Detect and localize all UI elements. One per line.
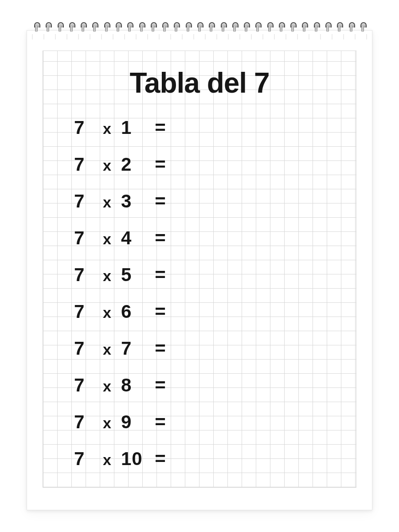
multiply-operator: x <box>96 378 118 395</box>
spiral-ring-icon <box>278 22 284 34</box>
spiral-ring-icon <box>313 22 319 34</box>
spiral-ring-icon <box>231 22 238 34</box>
equals-sign: = <box>149 154 172 175</box>
multiplicand: 7 <box>74 117 96 138</box>
multiplier: 7 <box>118 338 149 359</box>
multiplication-row: 7x10= <box>74 448 225 469</box>
multiplier: 8 <box>118 375 149 396</box>
spiral-ring-icon <box>126 22 133 34</box>
equals-sign: = <box>149 117 172 138</box>
multiplication-row: 7x5= <box>74 264 225 286</box>
spiral-ring-icon <box>103 22 110 34</box>
multiply-operator: x <box>96 341 118 358</box>
multiplicand: 7 <box>74 411 96 433</box>
spiral-ring-icon <box>91 22 98 34</box>
equals-sign: = <box>149 301 172 322</box>
multiplication-row: 7x9= <box>74 411 225 433</box>
spiral-ring-icon <box>348 22 354 34</box>
multiplier: 5 <box>118 264 149 286</box>
spiral-ring-icon <box>33 22 39 34</box>
multiplicand: 7 <box>74 191 96 212</box>
paper: Tabla del 7 7x1=7x2=7x3=7x4=7x5=7x6=7x7=… <box>27 30 372 510</box>
spiral-ring-icon <box>243 22 249 34</box>
spiral-ring-icon <box>150 22 156 34</box>
multiplication-row: 7x7= <box>74 338 225 359</box>
spiral-binding <box>27 22 372 34</box>
spiral-ring-icon <box>45 22 51 34</box>
multiply-operator: x <box>96 304 118 321</box>
multiplication-row: 7x3= <box>74 191 225 212</box>
spiral-ring-icon <box>325 22 331 34</box>
equals-sign: = <box>149 191 172 212</box>
multiplier: 4 <box>118 227 149 249</box>
page-title: Tabla del 7 <box>129 66 269 99</box>
grid-paper: Tabla del 7 7x1=7x2=7x3=7x4=7x5=7x6=7x7=… <box>43 51 356 488</box>
spiral-ring-icon <box>161 22 168 34</box>
equals-sign: = <box>149 375 172 396</box>
multiplicand: 7 <box>74 264 96 286</box>
spiral-ring-icon <box>336 22 342 34</box>
spiral-ring-icon <box>68 22 74 34</box>
multiply-operator: x <box>96 120 118 137</box>
spiral-ring-icon <box>138 22 145 34</box>
multiply-operator: x <box>96 451 118 469</box>
multiply-operator: x <box>96 231 118 248</box>
multiplicand: 7 <box>74 154 96 175</box>
spiral-ring-icon <box>185 22 191 34</box>
equals-sign: = <box>149 448 172 469</box>
multiplication-row: 7x2= <box>74 154 225 175</box>
equals-sign: = <box>149 264 172 286</box>
multiplier: 3 <box>118 191 149 212</box>
spiral-ring-icon <box>301 22 307 34</box>
equals-sign: = <box>149 411 172 433</box>
spiral-ring-icon <box>173 22 179 34</box>
multiplicand: 7 <box>74 301 96 322</box>
spiral-ring-icon <box>115 22 121 34</box>
multiplicand: 7 <box>74 227 96 249</box>
multiplier: 9 <box>118 411 149 433</box>
spiral-ring-icon <box>360 22 366 34</box>
multiplication-row: 7x8= <box>74 375 225 396</box>
equals-sign: = <box>149 227 172 249</box>
spiral-ring-icon <box>254 22 261 34</box>
spiral-ring-icon <box>196 22 203 34</box>
multiplication-rows: 7x1=7x2=7x3=7x4=7x5=7x6=7x7=7x8=7x9=7x10… <box>52 117 347 469</box>
spiral-ring-icon <box>289 22 296 34</box>
multiplier: 2 <box>118 154 149 175</box>
multiplication-row: 7x6= <box>74 301 225 322</box>
multiplier: 10 <box>118 448 149 469</box>
multiply-operator: x <box>96 194 118 211</box>
multiplicand: 7 <box>74 338 96 359</box>
spiral-ring-icon <box>266 22 273 34</box>
spiral-ring-icon <box>80 22 86 34</box>
multiplier: 1 <box>118 117 149 138</box>
multiplier: 6 <box>118 301 149 322</box>
spiral-ring-icon <box>57 22 63 34</box>
multiply-operator: x <box>96 267 118 285</box>
multiplicand: 7 <box>74 375 96 396</box>
multiply-operator: x <box>96 157 118 174</box>
multiply-operator: x <box>96 415 118 432</box>
multiplicand: 7 <box>74 448 96 469</box>
multiplication-row: 7x1= <box>74 117 225 138</box>
multiplication-row: 7x4= <box>74 227 225 249</box>
spiral-ring-icon <box>220 22 226 34</box>
equals-sign: = <box>149 338 172 359</box>
notepad: Tabla del 7 7x1=7x2=7x3=7x4=7x5=7x6=7x7=… <box>27 22 372 510</box>
spiral-ring-icon <box>208 22 214 34</box>
